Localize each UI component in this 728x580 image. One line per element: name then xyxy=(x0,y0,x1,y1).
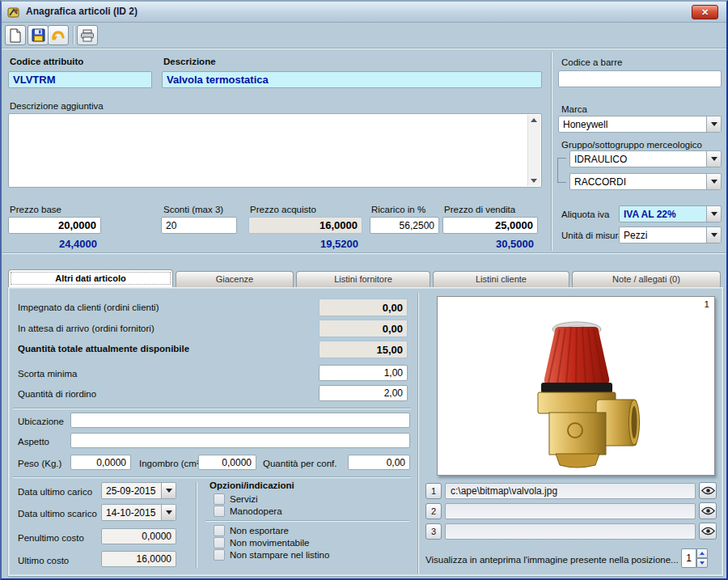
aliquota-iva-combo[interactable]: IVA AL 22% xyxy=(619,205,722,222)
spinner-down-icon xyxy=(700,561,705,565)
data-scarico-dropdown-button[interactable] xyxy=(161,505,176,520)
quantita-disponibile-label: Quantità totale attualmente disponibile xyxy=(18,344,189,354)
marca-value: Honeywell xyxy=(559,119,706,130)
image-path-input-2[interactable] xyxy=(445,503,696,519)
tab-note-allegati[interactable]: Note / allegati (0) xyxy=(572,271,721,287)
prezzo-base-computed: 24,4000 xyxy=(8,238,97,250)
anagrafica-articoli-window: Anagrafica articoli (ID 2) ✕ xyxy=(0,0,728,580)
section-divider xyxy=(2,252,728,253)
scorta-minima-input[interactable]: 1,00 xyxy=(319,365,408,381)
gruppo-bracket xyxy=(557,158,566,183)
tab-altri-dati-articolo[interactable]: Altri dati articolo xyxy=(8,269,173,287)
prezzo-base-input[interactable]: 20,0000 xyxy=(8,217,101,234)
spinner-up-button[interactable] xyxy=(696,548,708,558)
tab-listini-fornitore[interactable]: Listini fornitore xyxy=(296,271,430,287)
checkbox-row-non-stampare[interactable]: Non stampare nel listino xyxy=(214,549,329,561)
non-movimentabile-checkbox[interactable] xyxy=(214,537,225,548)
close-button[interactable]: ✕ xyxy=(692,5,718,19)
ultimo-costo-value: 16,0000 xyxy=(101,551,176,567)
image-path-input-3[interactable] xyxy=(445,523,696,540)
ingombro-input[interactable]: 0,0000 xyxy=(198,455,256,470)
unita-misura-combo[interactable]: Pezzi xyxy=(619,226,722,243)
title-bar[interactable]: Anagrafica articoli (ID 2) ✕ xyxy=(2,2,726,23)
window-title: Anagrafica articoli (ID 2) xyxy=(26,6,138,17)
save-button[interactable] xyxy=(28,25,49,45)
view-image-3-button[interactable] xyxy=(699,523,717,540)
servizi-checkbox[interactable] xyxy=(214,493,225,505)
image-slot-3-button[interactable]: 3 xyxy=(425,523,442,540)
chevron-down-icon xyxy=(711,122,717,126)
scrollbar-down-button[interactable] xyxy=(529,176,539,186)
quantita-riordino-input[interactable]: 2,00 xyxy=(319,385,408,401)
top-vertical-divider xyxy=(551,52,552,251)
unita-misura-label: Unità di misura xyxy=(561,231,624,240)
gruppo-dropdown-button[interactable] xyxy=(706,151,721,167)
opzioni-title: Opzioni/indicazioni xyxy=(210,481,294,490)
preview-position-spinner-value[interactable]: 1 xyxy=(681,548,696,568)
preview-caption: Visualizza in anteprima l'immagine prese… xyxy=(425,555,679,565)
data-ultimo-scarico-combo[interactable]: 14-10-2015 xyxy=(101,504,176,521)
view-image-2-button[interactable] xyxy=(699,502,717,519)
print-button[interactable] xyxy=(77,25,98,45)
non-stampare-checkbox[interactable] xyxy=(214,549,225,561)
codice-a-barre-input[interactable] xyxy=(558,70,722,87)
penultimo-costo-label: Penultimo costo xyxy=(18,533,84,543)
manodopera-checkbox[interactable] xyxy=(214,506,225,517)
non-esportare-checkbox[interactable] xyxy=(214,525,225,536)
checkbox-row-servizi[interactable]: Servizi xyxy=(214,493,258,505)
spinner-up-icon xyxy=(700,552,705,555)
unita-misura-value: Pezzi xyxy=(620,230,706,241)
quantita-conf-input[interactable]: 0,00 xyxy=(348,455,410,470)
data-carico-dropdown-button[interactable] xyxy=(161,483,176,498)
textarea-scrollbar[interactable] xyxy=(527,115,540,186)
unita-misura-dropdown-button[interactable] xyxy=(706,227,721,243)
checkbox-row-non-esportare[interactable]: Non esportare xyxy=(214,525,289,536)
new-record-button[interactable] xyxy=(5,25,26,45)
app-icon xyxy=(7,6,20,19)
chevron-down-icon xyxy=(711,233,717,237)
ubicazione-input[interactable] xyxy=(70,413,410,428)
prezzo-base-label: Prezzo base xyxy=(10,205,61,214)
aspetto-input[interactable] xyxy=(70,433,410,448)
gruppo-combo[interactable]: IDRAULICO xyxy=(569,150,722,167)
image-path-input-1[interactable]: c:\ape\bitmap\valvola.jpg xyxy=(445,483,696,499)
tab-giacenze[interactable]: Giacenze xyxy=(176,271,294,287)
in-attesa-arrivo-label: In attesa di arrivo (ordini fornitori) xyxy=(18,324,154,333)
undo-button[interactable] xyxy=(48,25,69,45)
eye-icon xyxy=(701,506,715,515)
prezzo-vendita-input[interactable]: 25,0000 xyxy=(442,217,538,234)
sottogruppo-combo[interactable]: RACCORDI xyxy=(569,173,722,190)
sconti-input[interactable]: 20 xyxy=(161,217,237,234)
descrizione-aggiuntiva-textarea[interactable] xyxy=(8,113,542,188)
scroll-down-icon xyxy=(531,179,537,183)
marca-dropdown-button[interactable] xyxy=(706,116,721,132)
checkbox-row-manodopera[interactable]: Manodopera xyxy=(214,506,282,517)
options-vertical-divider xyxy=(196,482,197,568)
eye-icon xyxy=(701,486,715,495)
gruppo-value: IDRAULICO xyxy=(570,154,706,165)
spinner-down-button[interactable] xyxy=(696,558,708,568)
image-slot-1-button[interactable]: 1 xyxy=(425,483,442,499)
tab-listini-cliente[interactable]: Listini cliente xyxy=(433,271,569,287)
ubicazione-label: Ubicazione xyxy=(18,417,64,426)
image-slot-2-button[interactable]: 2 xyxy=(425,503,442,519)
peso-input[interactable]: 0,0000 xyxy=(70,455,131,470)
marca-combo[interactable]: Honeywell xyxy=(558,116,722,133)
aliquota-iva-dropdown-button[interactable] xyxy=(706,206,721,222)
prezzo-acquisto-input[interactable]: 16,0000 xyxy=(248,217,362,234)
codice-attribuito-input[interactable]: VLVTRM xyxy=(8,71,152,88)
sottogruppo-dropdown-button[interactable] xyxy=(706,174,721,189)
non-movimentabile-label: Non movimentabile xyxy=(230,538,309,548)
quantita-disponibile-value: 15,00 xyxy=(319,341,408,358)
image-section-divider xyxy=(417,293,418,574)
prezzo-acquisto-computed: 19,5200 xyxy=(248,238,358,250)
checkbox-row-non-movimentabile[interactable]: Non movimentabile xyxy=(214,537,309,548)
descrizione-input[interactable]: Valvola termostatica xyxy=(162,71,542,88)
view-image-1-button[interactable] xyxy=(699,482,717,499)
scrollbar-up-button[interactable] xyxy=(529,115,539,125)
penultimo-costo-value: 0,0000 xyxy=(101,528,176,544)
data-ultimo-carico-combo[interactable]: 25-09-2015 xyxy=(101,482,176,499)
ricarico-input[interactable]: 56,2500 xyxy=(370,217,439,234)
sottogruppo-value: RACCORDI xyxy=(570,176,706,188)
quantita-conf-label: Quantità per conf. xyxy=(263,459,336,468)
